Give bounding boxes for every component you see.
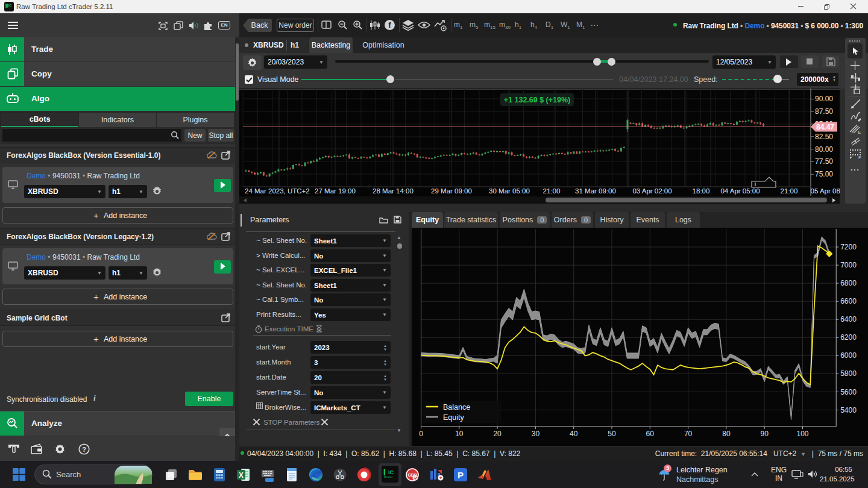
svg-text:20: 20 — [493, 430, 502, 438]
svg-text:5400: 5400 — [840, 406, 857, 414]
svg-text:24 Mar 2023, UTC+2: 24 Mar 2023, UTC+2 — [245, 187, 310, 195]
svg-text:6200: 6200 — [840, 333, 857, 342]
svg-text:05 Apr 08:0: 05 Apr 08:0 — [811, 187, 840, 195]
svg-text:70: 70 — [684, 430, 693, 438]
svg-text:04 Apr 05:00: 04 Apr 05:00 — [720, 187, 760, 195]
svg-text:E: E — [858, 130, 861, 134]
svg-text:10: 10 — [455, 430, 464, 438]
svg-text:75.00: 75.00 — [815, 170, 833, 178]
svg-text:50: 50 — [608, 430, 616, 438]
svg-text:87.50: 87.50 — [815, 107, 833, 116]
svg-text:90: 90 — [761, 430, 769, 438]
svg-text:29 Mar 09:00: 29 Mar 09:00 — [431, 187, 472, 195]
svg-text:6800: 6800 — [840, 279, 857, 287]
svg-text:84.47: 84.47 — [816, 123, 834, 131]
svg-text:28 Mar 14:00: 28 Mar 14:00 — [373, 187, 414, 195]
svg-text:7000: 7000 — [840, 261, 857, 269]
svg-text:6000: 6000 — [840, 351, 857, 360]
svg-text:5600: 5600 — [840, 388, 857, 396]
svg-text:+1 132.69 $ (+19%): +1 132.69 $ (+19%) — [504, 96, 571, 104]
svg-text:?: ? — [82, 446, 86, 453]
svg-text:90.00: 90.00 — [815, 95, 833, 103]
svg-text:F: F — [858, 155, 861, 160]
svg-text:Equity: Equity — [443, 413, 464, 422]
svg-text:31 Mar 09:00: 31 Mar 09:00 — [575, 187, 616, 195]
svg-text:18:00: 18:00 — [693, 187, 710, 195]
svg-text:6400: 6400 — [840, 315, 857, 324]
svg-text:6600: 6600 — [840, 297, 857, 305]
svg-text:30 Mar 05:00: 30 Mar 05:00 — [489, 187, 530, 195]
svg-text:f: f — [388, 20, 391, 30]
svg-text:P: P — [458, 470, 464, 480]
svg-text:40: 40 — [570, 430, 578, 438]
svg-text:82.50: 82.50 — [815, 133, 833, 141]
svg-text:77.50: 77.50 — [815, 157, 833, 166]
svg-text:80: 80 — [722, 430, 731, 438]
svg-text:21:00: 21:00 — [781, 187, 798, 195]
svg-text:100: 100 — [796, 430, 808, 438]
svg-text:21:00: 21:00 — [543, 187, 561, 195]
svg-text:27 Mar 19:00: 27 Mar 19:00 — [315, 187, 356, 195]
svg-text:Balance: Balance — [443, 403, 470, 411]
svg-text:7200: 7200 — [840, 243, 857, 251]
svg-text:80.00: 80.00 — [815, 145, 833, 154]
svg-text:X: X — [239, 471, 244, 480]
svg-text:60: 60 — [646, 430, 655, 438]
svg-text:5800: 5800 — [840, 369, 857, 378]
svg-text:03 Apr 02:00: 03 Apr 02:00 — [632, 187, 671, 195]
svg-text:0: 0 — [419, 430, 423, 438]
svg-text:30: 30 — [532, 430, 540, 438]
